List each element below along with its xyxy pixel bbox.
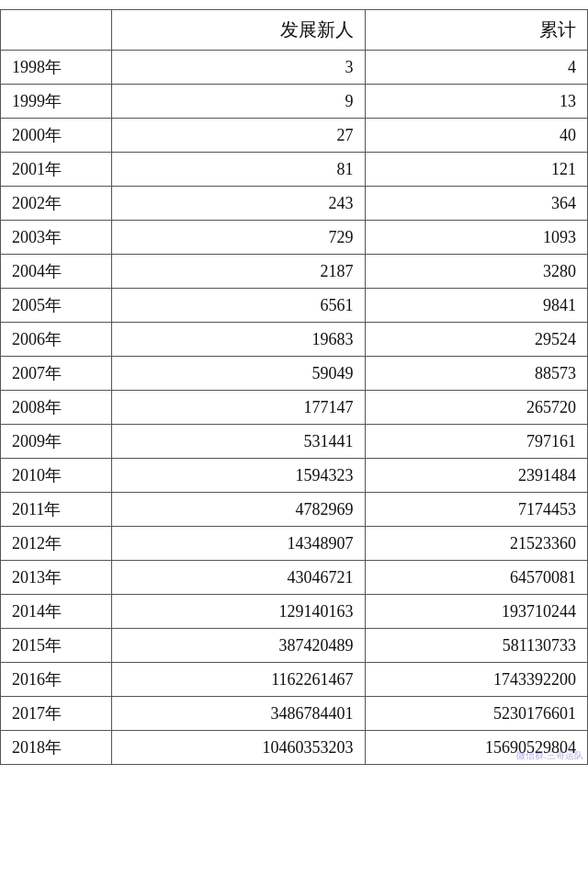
cell-total: 364	[365, 187, 587, 221]
cell-year: 2008年	[1, 391, 112, 425]
table-row: 2010年15943232391484	[1, 459, 588, 493]
cell-year: 2009年	[1, 425, 112, 459]
cell-new: 9	[112, 85, 365, 119]
main-container: 发展新人 累计 1998年341999年9132000年27402001年811…	[0, 0, 588, 774]
cell-new: 59049	[112, 357, 365, 391]
cell-total: 7174453	[365, 493, 587, 527]
cell-new: 6561	[112, 289, 365, 323]
table-row: 2008年177147265720	[1, 391, 588, 425]
cell-new: 43046721	[112, 561, 365, 595]
cell-total: 5230176601	[365, 697, 587, 731]
cell-year: 2011年	[1, 493, 112, 527]
cell-year: 2001年	[1, 153, 112, 187]
cell-total: 4	[365, 51, 587, 85]
table-row: 2004年21873280	[1, 255, 588, 289]
header-new-members: 发展新人	[112, 10, 365, 51]
table-row: 2017年34867844015230176601	[1, 697, 588, 731]
cell-new: 387420489	[112, 629, 365, 663]
table-row: 2009年531441797161	[1, 425, 588, 459]
cell-year: 1998年	[1, 51, 112, 85]
cell-new: 19683	[112, 323, 365, 357]
cell-year: 2016年	[1, 663, 112, 697]
cell-year: 1999年	[1, 85, 112, 119]
cell-year: 2013年	[1, 561, 112, 595]
cell-total: 29524	[365, 323, 587, 357]
table-row: 2011年47829697174453	[1, 493, 588, 527]
table-row: 1999年913	[1, 85, 588, 119]
table-row: 2003年7291093	[1, 221, 588, 255]
cell-total: 64570081	[365, 561, 587, 595]
data-table: 发展新人 累计 1998年341999年9132000年27402001年811…	[0, 9, 588, 765]
cell-total: 88573	[365, 357, 587, 391]
cell-total: 40	[365, 119, 587, 153]
cell-total: 193710244	[365, 595, 587, 629]
table-row: 2002年243364	[1, 187, 588, 221]
cell-new: 129140163	[112, 595, 365, 629]
cell-year: 2005年	[1, 289, 112, 323]
cell-year: 2000年	[1, 119, 112, 153]
cell-year: 2018年	[1, 731, 112, 765]
cell-year: 2012年	[1, 527, 112, 561]
cell-new: 3486784401	[112, 697, 365, 731]
cell-year: 2017年	[1, 697, 112, 731]
watermark-label: 微信群:三哥运队	[516, 749, 583, 762]
cell-new: 3	[112, 51, 365, 85]
cell-new: 177147	[112, 391, 365, 425]
table-row: 2005年65619841	[1, 289, 588, 323]
cell-total: 1093	[365, 221, 587, 255]
cell-new: 2187	[112, 255, 365, 289]
header-year	[1, 10, 112, 51]
table-body: 1998年341999年9132000年27402001年811212002年2…	[1, 51, 588, 765]
table-row: 2006年1968329524	[1, 323, 588, 357]
cell-year: 2002年	[1, 187, 112, 221]
table-row: 2016年11622614671743392200	[1, 663, 588, 697]
cell-year: 2006年	[1, 323, 112, 357]
cell-year: 2015年	[1, 629, 112, 663]
cell-year: 2007年	[1, 357, 112, 391]
cell-year: 2010年	[1, 459, 112, 493]
cell-total: 1743392200	[365, 663, 587, 697]
header-cumulative: 累计	[365, 10, 587, 51]
cell-total: 15690529804微信群:三哥运队	[365, 731, 587, 765]
cell-total: 21523360	[365, 527, 587, 561]
header-row: 发展新人 累计	[1, 10, 588, 51]
cell-new: 243	[112, 187, 365, 221]
cell-total: 265720	[365, 391, 587, 425]
cell-new: 81	[112, 153, 365, 187]
cell-new: 14348907	[112, 527, 365, 561]
table-row: 2015年387420489581130733	[1, 629, 588, 663]
cell-new: 531441	[112, 425, 365, 459]
table-row: 2001年81121	[1, 153, 588, 187]
cell-new: 729	[112, 221, 365, 255]
cell-total: 9841	[365, 289, 587, 323]
table-row: 2000年2740	[1, 119, 588, 153]
cell-total: 581130733	[365, 629, 587, 663]
cell-year: 2004年	[1, 255, 112, 289]
cell-new: 4782969	[112, 493, 365, 527]
cell-year: 2014年	[1, 595, 112, 629]
table-row: 2014年129140163193710244	[1, 595, 588, 629]
cell-new: 27	[112, 119, 365, 153]
cell-new: 1594323	[112, 459, 365, 493]
cell-new: 1162261467	[112, 663, 365, 697]
cell-total: 3280	[365, 255, 587, 289]
cell-total: 797161	[365, 425, 587, 459]
table-row: 2013年4304672164570081	[1, 561, 588, 595]
cell-total: 2391484	[365, 459, 587, 493]
table-row: 1998年34	[1, 51, 588, 85]
table-row: 2012年1434890721523360	[1, 527, 588, 561]
cell-new: 10460353203	[112, 731, 365, 765]
cell-total: 13	[365, 85, 587, 119]
table-row: 2018年1046035320315690529804微信群:三哥运队	[1, 731, 588, 765]
cell-year: 2003年	[1, 221, 112, 255]
cell-total: 121	[365, 153, 587, 187]
table-row: 2007年5904988573	[1, 357, 588, 391]
